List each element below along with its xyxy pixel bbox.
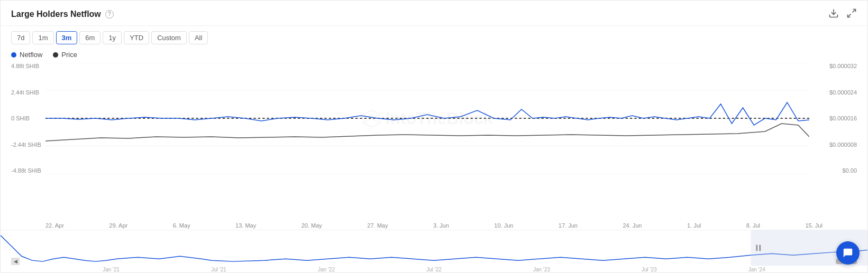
y-right-2: $0.000016 xyxy=(829,115,857,121)
mini-x-5: Jan '23 xyxy=(533,267,550,272)
x-label-9: 24. Jun xyxy=(623,222,642,229)
legend-netflow: Netflow xyxy=(11,51,42,59)
x-label-10: 1. Jul xyxy=(687,222,701,229)
main-container: Large Holders Netflow ? xyxy=(0,0,868,273)
mini-chart-area xyxy=(1,230,867,266)
mini-chart-svg xyxy=(1,230,867,266)
y-label-2: 0 SHIB xyxy=(11,115,41,121)
scroll-left-button[interactable]: ◀ xyxy=(11,258,20,265)
btn-6m[interactable]: 6m xyxy=(79,31,100,44)
mini-x-6: Jul '23 xyxy=(642,267,657,272)
x-label-4: 20. May xyxy=(301,222,322,229)
svg-rect-13 xyxy=(756,245,757,251)
header-right xyxy=(828,8,857,20)
x-label-7: 10. Jun xyxy=(494,222,513,229)
legend: Netflow Price xyxy=(1,49,867,63)
y-right-0: $0.000032 xyxy=(829,63,857,69)
x-axis: 22. Apr 29. Apr 6. May 13. May 20. May 2… xyxy=(1,220,867,230)
x-label-12: 15. Jul xyxy=(805,222,822,229)
y-label-4: -4.88t SHIB xyxy=(11,167,41,174)
x-label-2: 6. May xyxy=(173,222,190,229)
mini-x-axis: Jan '21 Jul '21 Jan '22 Jul '22 Jan '23 … xyxy=(1,267,867,272)
mini-x-2: Jul '21 xyxy=(211,267,226,272)
btn-custom[interactable]: Custom xyxy=(151,31,187,44)
btn-1m[interactable]: 1m xyxy=(32,31,53,44)
mini-x-1: Jan '21 xyxy=(103,267,120,272)
legend-label-netflow: Netflow xyxy=(20,51,42,59)
svg-line-2 xyxy=(848,14,851,17)
help-icon[interactable]: ? xyxy=(105,10,114,18)
y-label-0: 4.88t SHIB xyxy=(11,63,41,69)
legend-label-price: Price xyxy=(61,51,77,59)
btn-all[interactable]: All xyxy=(189,31,208,44)
mini-x-3: Jan '22 xyxy=(318,267,335,272)
legend-dot-netflow xyxy=(11,52,16,58)
main-chart-svg xyxy=(45,63,809,174)
chat-button[interactable] xyxy=(836,241,860,265)
btn-3m[interactable]: 3m xyxy=(56,31,78,44)
x-label-6: 3. Jun xyxy=(433,222,449,229)
x-label-5: 27. May xyxy=(367,222,388,229)
download-icon[interactable] xyxy=(828,8,839,20)
header-left: Large Holders Netflow ? xyxy=(11,10,114,19)
y-axis-left: 4.88t SHIB 2.44t SHIB 0 SHIB -2.44t SHIB… xyxy=(11,63,41,174)
y-label-1: 2.44t SHIB xyxy=(11,89,41,96)
x-label-1: 29. Apr xyxy=(109,222,127,229)
x-label-8: 17. Jun xyxy=(559,222,578,229)
y-axis-right: $0.000032 $0.000024 $0.000016 $0.000008 … xyxy=(829,63,857,174)
btn-1y[interactable]: 1y xyxy=(103,31,122,44)
x-label-11: 8. Jul xyxy=(746,222,760,229)
header: Large Holders Netflow ? xyxy=(1,1,867,26)
mini-x-4: Jul '22 xyxy=(426,267,442,272)
y-right-3: $0.000008 xyxy=(829,142,857,148)
btn-7d[interactable]: 7d xyxy=(11,31,30,44)
toolbar: 7d 1m 3m 6m 1y YTD Custom All xyxy=(1,26,867,49)
expand-icon[interactable] xyxy=(846,8,857,20)
chart-svg-wrapper: IntoTheBlock xyxy=(45,63,809,174)
legend-price: Price xyxy=(53,51,77,59)
y-right-4: $0.00 xyxy=(829,167,857,174)
mini-x-7: Jan '24 xyxy=(748,267,765,272)
page-title: Large Holders Netflow xyxy=(11,10,101,19)
svg-line-1 xyxy=(853,10,856,13)
y-label-3: -2.44t SHIB xyxy=(11,142,41,148)
btn-ytd[interactable]: YTD xyxy=(124,31,149,44)
svg-rect-14 xyxy=(759,245,761,251)
chart-area: 4.88t SHIB 2.44t SHIB 0 SHIB -2.44t SHIB… xyxy=(1,63,867,220)
x-label-0: 22. Apr xyxy=(45,222,64,229)
legend-dot-price xyxy=(53,52,58,58)
x-label-3: 13. May xyxy=(235,222,256,229)
y-right-1: $0.000024 xyxy=(829,89,857,96)
